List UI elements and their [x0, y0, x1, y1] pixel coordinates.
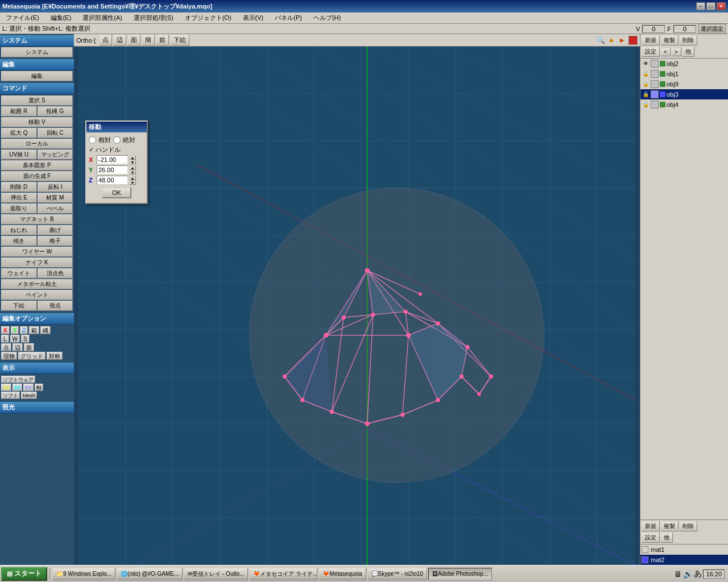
opt-sym-btn[interactable]: 対称	[47, 352, 63, 360]
disp-soft-btn[interactable]: ソフト	[1, 392, 20, 399]
mat-copy-btn[interactable]: 複製	[660, 521, 679, 531]
disp-axis-btn[interactable]: 軸	[35, 384, 43, 391]
obj-next-btn[interactable]: >	[671, 48, 681, 56]
cmd-bevel1[interactable]: 面取り	[1, 203, 37, 214]
obj-settings-btn[interactable]: 設定	[642, 47, 660, 57]
obj-copy-btn[interactable]: 複製	[660, 35, 679, 45]
axis-w-btn[interactable]: W	[10, 335, 20, 343]
taskbar-item-photoshop[interactable]: 🖼 Adobe Photoshop...	[428, 568, 492, 580]
restore-button[interactable]: □	[706, 2, 715, 10]
opt-grid-btn[interactable]: グリッド	[18, 352, 46, 360]
mat-new-btn[interactable]: 新規	[642, 521, 660, 531]
cmd-move[interactable]: 移動 V	[1, 117, 73, 127]
cmd-bg[interactable]: 下絵	[1, 301, 37, 311]
taskbar-item-game[interactable]: 🌐 (nito) @#O-GAME...	[117, 568, 183, 580]
mat-item-mat2[interactable]: mat2	[640, 555, 728, 565]
mat-other-btn[interactable]: 他	[660, 533, 673, 543]
axis-s-btn[interactable]: S	[21, 335, 30, 343]
system-btn[interactable]: システム	[1, 47, 73, 57]
mat-del-btn[interactable]: 削除	[679, 521, 697, 531]
cmd-extrude[interactable]: 押出 E	[1, 193, 37, 203]
cmd-primitive[interactable]: 基本図形 P	[1, 160, 73, 171]
view-simple-btn[interactable]: 簡	[142, 35, 155, 45]
obj-other-btn[interactable]: 他	[682, 47, 694, 57]
y-spin-up[interactable]: ▲	[129, 165, 136, 170]
taskbar-item-skype[interactable]: 💬 Skype™ - ni2to10	[367, 568, 428, 580]
y-input[interactable]	[97, 165, 128, 174]
opt-real-btn[interactable]: 現物	[1, 352, 17, 360]
nav-left-icon[interactable]: ◆	[607, 36, 616, 45]
cmd-delete[interactable]: 削除 D	[1, 182, 37, 192]
close-button[interactable]: ×	[717, 2, 726, 10]
menu-panel[interactable]: パネル(P)	[271, 13, 305, 23]
x-spin-up[interactable]: ▲	[129, 155, 136, 160]
cmd-tilt[interactable]: 傾き	[1, 236, 37, 246]
obj-item-obj4[interactable]: 🔒 obj4	[640, 99, 728, 110]
cmd-local[interactable]: ローカル	[1, 139, 73, 149]
cmd-select[interactable]: 選択 S	[1, 95, 73, 106]
cmd-viewpoint[interactable]: 視点	[38, 301, 73, 311]
cmd-lasso[interactable]: 投縄 G	[38, 106, 73, 117]
menu-select-attr[interactable]: 選択部属性(A)	[79, 13, 126, 23]
cmd-vertex-color[interactable]: 頂点色	[38, 268, 73, 278]
cmd-mapping[interactable]: マッピング	[38, 149, 73, 160]
pt-edge-btn[interactable]: 辺	[13, 343, 23, 351]
cmd-material[interactable]: 材質 M	[38, 193, 73, 203]
cmd-metaball[interactable]: メタボール粘土	[1, 279, 73, 289]
menu-file[interactable]: ファイル(E)	[2, 13, 43, 23]
x-spin-down[interactable]: ▼	[129, 160, 136, 164]
taskbar-item-metaseq[interactable]: 🦊 Metasequoia	[318, 568, 366, 580]
menu-view[interactable]: 表示(V)	[239, 13, 267, 23]
viewport-canvas[interactable]: 移動 相対 絶対 ✓ ハンドル X ▲	[74, 47, 640, 565]
axis-range-btn[interactable]: 範	[29, 326, 39, 334]
obj-item-obj1[interactable]: 🔒 obj1	[640, 69, 728, 79]
start-button[interactable]: ⊞ スタート	[1, 567, 47, 581]
cmd-lattice[interactable]: 格子	[38, 236, 73, 246]
disp-software-btn[interactable]: ソフトウェア	[1, 376, 35, 383]
pt-face-btn[interactable]: 面	[24, 343, 34, 351]
view-bg-btn[interactable]: 下絵	[170, 35, 189, 45]
obj-item-obj2[interactable]: 👁 obj2	[640, 59, 728, 69]
menu-object[interactable]: オブジェクト(O)	[181, 13, 235, 23]
pt-point-btn[interactable]: 点	[1, 343, 11, 351]
obj-item-obj3[interactable]: 🔒 obj3	[640, 89, 728, 99]
obj-new-btn[interactable]: 新規	[642, 35, 660, 45]
tray-sound-icon[interactable]: 🔊	[683, 569, 693, 579]
cmd-flip[interactable]: 反転 I	[38, 182, 73, 192]
menu-select-proc[interactable]: 選択部処理(S)	[130, 13, 177, 23]
cmd-twist[interactable]: ねじれ	[1, 225, 37, 235]
z-spin-up[interactable]: ▲	[129, 176, 136, 180]
x-input[interactable]	[97, 155, 128, 164]
tray-lang-icon[interactable]: あ	[694, 569, 702, 579]
obj-prev-btn[interactable]: <	[660, 48, 671, 56]
taskbar-item-meta-light[interactable]: 🦊 メタセコイア ライテ...	[249, 568, 317, 580]
cmd-bend[interactable]: 曲げ	[38, 225, 73, 235]
disp-zx-btn[interactable]: ZX	[13, 384, 23, 391]
axis-l-btn[interactable]: L	[1, 335, 9, 343]
obj-del-btn[interactable]: 削除	[679, 35, 697, 45]
cmd-rotate[interactable]: 回転 C	[38, 128, 73, 138]
radio-absolute[interactable]	[89, 136, 96, 144]
view-face-btn[interactable]: 面	[127, 35, 140, 45]
cmd-face-gen[interactable]: 面の生成 F	[1, 171, 73, 181]
view-point-btn[interactable]: 点	[99, 35, 112, 45]
sel-fixed-button[interactable]: 選択固定	[698, 24, 726, 34]
cmd-bevel2[interactable]: べベル	[38, 203, 73, 214]
cmd-scale[interactable]: 拡大 Q	[1, 128, 37, 138]
disp-yz-btn[interactable]: YZ	[1, 384, 11, 391]
mat-item-mat1[interactable]: mat1	[640, 544, 728, 555]
ok-button[interactable]: OK	[102, 187, 131, 198]
cmd-paint[interactable]: ペイント	[1, 290, 73, 300]
color-picker-icon[interactable]	[628, 36, 638, 45]
y-spin-down[interactable]: ▼	[129, 170, 136, 174]
menu-edit[interactable]: 編集(E)	[47, 13, 75, 23]
z-spin-down[interactable]: ▼	[129, 180, 136, 185]
axis-y-btn[interactable]: Y	[11, 326, 19, 334]
cmd-uv[interactable]: UV操 U	[1, 149, 37, 160]
obj-item-obj9[interactable]: 🔒 obj9	[640, 79, 728, 89]
edit-btn[interactable]: 編集	[1, 71, 73, 81]
cmd-wire[interactable]: ワイヤー W	[1, 247, 73, 257]
axis-lasso-btn[interactable]: 縄	[40, 326, 51, 334]
tray-network-icon[interactable]: 🖥	[674, 569, 682, 579]
z-input[interactable]	[97, 176, 128, 185]
